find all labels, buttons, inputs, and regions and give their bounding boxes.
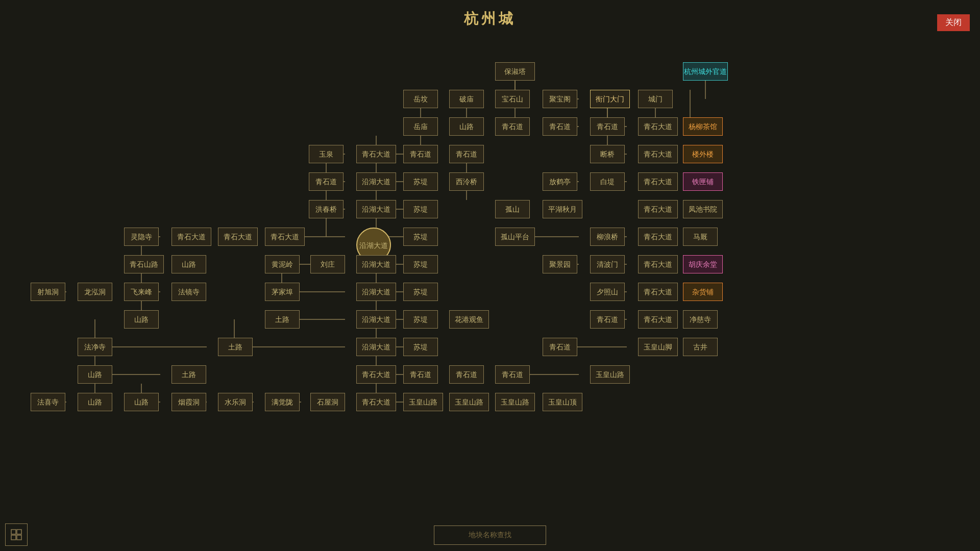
map-node-fanghe[interactable]: 放鹤亭 [543,172,577,191]
map-node-qingshidao11[interactable]: 青石道 [495,365,530,384]
map-node-qingshidao9[interactable]: 青石道 [403,365,438,384]
map-node-jubao[interactable]: 聚宝阁 [543,90,577,108]
map-node-maojia[interactable]: 茅家埠 [265,283,300,301]
map-node-qingshidadao2[interactable]: 青石大道 [356,145,396,163]
map-node-sudi5[interactable]: 苏堤 [403,283,438,301]
map-node-hongchunqiao[interactable]: 洪春桥 [309,200,344,218]
map-node-feilai[interactable]: 飞来峰 [124,283,159,301]
map-node-qingshidadao8[interactable]: 青石大道 [265,228,305,246]
close-button[interactable]: 关闭 [937,14,970,31]
map-node-shanlu2[interactable]: 山路 [172,255,206,273]
map-node-sherixu[interactable]: 射旭洞 [31,283,65,301]
map-node-gushanpt[interactable]: 孤山平台 [495,228,535,246]
map-node-yanhu1[interactable]: 沿湖大道 [356,172,396,191]
map-node-qingshidadao7[interactable]: 青石大道 [218,228,258,246]
map-node-yangliu[interactable]: 杨柳茶馆 [683,117,723,136]
map-node-liuzhuang[interactable]: 刘庄 [310,255,345,273]
map-node-qingshidao5[interactable]: 青石道 [449,145,484,163]
map-node-sudi7[interactable]: 苏堤 [403,338,438,356]
map-node-qingshidadao13[interactable]: 青石大道 [356,365,396,384]
map-node-tiejia[interactable]: 铁匣铺 [683,172,723,191]
map-node-duanqiao[interactable]: 断桥 [590,145,625,163]
map-node-fajingsi2[interactable]: 法净寺 [78,338,112,356]
map-node-qingshidao2[interactable]: 青石道 [543,117,577,136]
map-node-qingshidao4[interactable]: 青石道 [403,145,438,163]
map-node-qingshidadao5[interactable]: 青石大道 [638,200,678,218]
map-node-yuhuang-jiaobu[interactable]: 玉皇山脚 [638,338,678,356]
map-node-baoshi[interactable]: 宝石山 [495,90,530,108]
map-node-xilengqiao[interactable]: 西泠桥 [449,172,484,191]
map-node-qingshidao10[interactable]: 青石道 [449,365,484,384]
map-node-yuhuang-shanlu[interactable]: 玉皇山路 [590,365,630,384]
map-node-qingshidao7[interactable]: 青石道 [590,310,625,329]
map-node-qingshidao3[interactable]: 青石道 [590,117,625,136]
map-node-chengmen[interactable]: 城门 [638,90,673,108]
map-node-yanhu7[interactable]: 沿湖大道 [356,338,396,356]
map-node-shanlu3[interactable]: 山路 [124,310,159,329]
map-node-jujingyuan[interactable]: 聚景园 [543,255,577,273]
map-node-yuhuang-shanding[interactable]: 玉皇山顶 [543,393,582,411]
map-node-fajingsi[interactable]: 法镜寺 [172,283,206,301]
map-node-qingshidadao9[interactable]: 青石大道 [638,228,678,246]
map-node-tulu2[interactable]: 土路 [218,338,253,356]
map-node-yanhu4[interactable]: 沿湖大道 [356,255,396,273]
map-node-pinghu[interactable]: 平湖秋月 [543,200,582,218]
map-node-yuquan[interactable]: 玉泉 [309,145,344,163]
map-node-manjuedian[interactable]: 满觉陇 [265,393,300,411]
map-node-sudi2[interactable]: 苏堤 [403,200,438,218]
map-node-yanyan[interactable]: 烟霞洞 [172,393,206,411]
map-node-tulu1[interactable]: 土路 [265,310,300,329]
map-node-huagang[interactable]: 花港观鱼 [449,310,489,329]
map-node-qingshi-shanlu[interactable]: 青石山路 [124,255,164,273]
map-node-pomiao[interactable]: 破庙 [449,90,484,108]
map-node-huqing[interactable]: 胡庆余堂 [683,255,723,273]
map-node-qingshidadao12[interactable]: 青石大道 [638,310,678,329]
map-node-sudi6[interactable]: 苏堤 [403,310,438,329]
map-node-longhong[interactable]: 龙泓洞 [78,283,112,301]
map-node-qingbomen[interactable]: 清波门 [590,255,625,273]
map-node-huangni[interactable]: 黄泥岭 [265,255,300,273]
map-node-qingshidadao10[interactable]: 青石大道 [638,255,678,273]
map-node-sudi1[interactable]: 苏堤 [403,172,438,191]
map-node-faxisi[interactable]: 法喜寺 [31,393,65,411]
map-node-qingshidadao4[interactable]: 青石大道 [638,172,678,191]
map-node-shanlu1[interactable]: 山路 [449,117,484,136]
map-node-shiwudong[interactable]: 石屋洞 [310,393,345,411]
map-node-shanlu4[interactable]: 山路 [78,365,112,384]
map-node-shanlu6[interactable]: 山路 [124,393,159,411]
map-node-yuhuang-shanlu2[interactable]: 玉皇山路 [403,393,443,411]
map-node-qingshidao8[interactable]: 青石道 [543,338,577,356]
map-node-qingshidadao3[interactable]: 青石大道 [638,145,678,163]
map-node-qingshidadao11[interactable]: 青石大道 [638,283,678,301]
map-node-qingshidao6[interactable]: 青石道 [309,172,344,191]
map-node-liulanqiao[interactable]: 柳浪桥 [590,228,625,246]
map-node-xizhao[interactable]: 夕照山 [590,283,625,301]
map-node-qingshidadao14[interactable]: 青石大道 [356,393,396,411]
map-icon[interactable] [5,523,28,546]
map-node-jingcisi[interactable]: 净慈寺 [683,310,718,329]
map-node-maju[interactable]: 马厩 [683,228,718,246]
map-node-yuhuang-shanlu4[interactable]: 玉皇山路 [495,393,535,411]
map-node-qingshidadao6[interactable]: 青石大道 [172,228,211,246]
map-node-tulu3[interactable]: 土路 [172,365,206,384]
map-node-zahuo[interactable]: 杂货铺 [683,283,723,301]
map-node-yueling1[interactable]: 岳坟 [403,90,438,108]
map-node-yanhu2[interactable]: 沿湖大道 [356,200,396,218]
map-node-sudi4[interactable]: 苏堤 [403,255,438,273]
map-node-yuhuang-shanlu3[interactable]: 玉皇山路 [449,393,489,411]
map-node-louwaolou[interactable]: 楼外楼 [683,145,723,163]
map-node-fengchi[interactable]: 凤池书院 [683,200,723,218]
map-node-gushan[interactable]: 孤山 [495,200,530,218]
map-node-gujing[interactable]: 古井 [683,338,718,356]
map-node-yanhu6[interactable]: 沿湖大道 [356,310,396,329]
map-node-hangzhou-outer[interactable]: 杭州城外官道 [683,62,728,81]
map-node-yanhu5[interactable]: 沿湖大道 [356,283,396,301]
map-node-chengmen-da[interactable]: 衔门大门 [590,90,630,108]
map-node-shuiledong[interactable]: 水乐洞 [218,393,253,411]
map-node-sudi3[interactable]: 苏堤 [403,228,438,246]
map-node-qingshidadao1[interactable]: 青石大道 [638,117,678,136]
map-node-baoshu[interactable]: 保淑塔 [495,62,535,81]
map-node-lingyinsi[interactable]: 灵隐寺 [124,228,159,246]
map-node-baidi[interactable]: 白堤 [590,172,625,191]
map-node-qingshidao1[interactable]: 青石道 [495,117,530,136]
